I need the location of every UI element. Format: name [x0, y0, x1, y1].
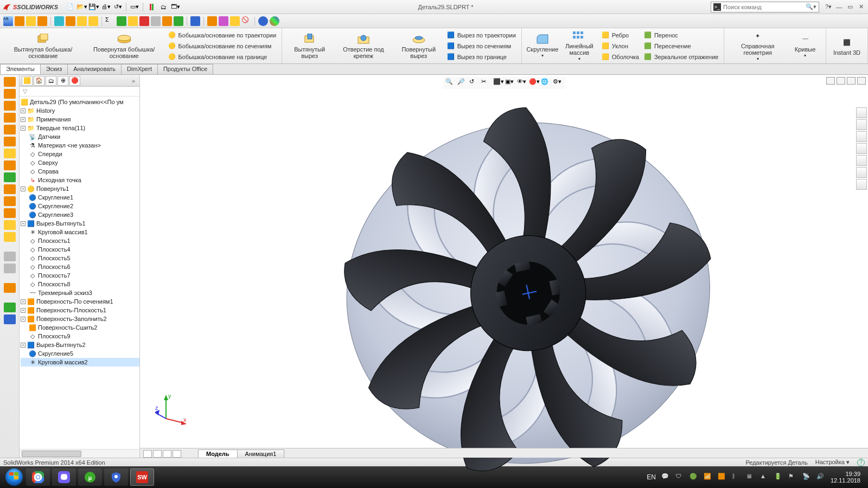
- nav-first[interactable]: [143, 450, 152, 458]
- tree-item[interactable]: +🟧Поверхность-По сечениям1: [21, 297, 139, 306]
- tray-icon[interactable]: 📶: [704, 473, 712, 481]
- tb-icon[interactable]: [219, 16, 228, 26]
- doc-tab-animation[interactable]: Анимация1: [237, 450, 285, 458]
- extruded-cut-button[interactable]: Вытянутый вырез: [285, 32, 334, 60]
- lvt-icon[interactable]: [4, 172, 16, 182]
- nav-last[interactable]: [173, 450, 181, 458]
- taskbar-app-chrome[interactable]: [26, 468, 50, 486]
- tree-item[interactable]: 🔵Скругление2: [21, 202, 139, 210]
- nav-next[interactable]: [163, 450, 171, 458]
- lvt-icon[interactable]: [4, 314, 16, 324]
- tray-network-icon[interactable]: 📡: [802, 473, 811, 481]
- tree-item[interactable]: 🟧Поверхность-Сшить2: [21, 323, 139, 332]
- taskpane-tab[interactable]: [856, 107, 867, 118]
- tree-item[interactable]: ◇Плоскость6: [21, 262, 139, 271]
- draft-button[interactable]: 🟨Уклон: [599, 41, 641, 51]
- tray-volume-icon[interactable]: 🔊: [816, 473, 825, 481]
- taskbar-app-viber[interactable]: [52, 468, 76, 486]
- tb-icon[interactable]: [88, 16, 98, 26]
- tab-features[interactable]: Элементы: [0, 64, 41, 74]
- move-button[interactable]: 🟩Перенос: [641, 30, 721, 40]
- tray-icon[interactable]: ▲: [760, 473, 769, 481]
- fm-tab-feature-tree[interactable]: 🟨: [22, 76, 33, 86]
- fm-filter[interactable]: ▽: [20, 87, 139, 97]
- options-button[interactable]: 🗂: [158, 2, 169, 12]
- mirror-button[interactable]: 🟩Зеркальное отражение: [641, 52, 721, 62]
- tab-office[interactable]: Продукты Office: [157, 64, 213, 74]
- save-button[interactable]: 💾▾: [88, 2, 99, 12]
- tb-icon[interactable]: [66, 16, 75, 26]
- tree-item[interactable]: +🟦Вырез-Вытянуть2: [21, 341, 139, 349]
- tb-icon[interactable]: [15, 16, 24, 26]
- tb-icon[interactable]: [139, 16, 149, 26]
- taskpane-tab[interactable]: [856, 143, 867, 154]
- lvt-icon[interactable]: [4, 283, 16, 293]
- maximize-button[interactable]: ▭: [845, 3, 855, 11]
- tree-horizontal-scrollbar[interactable]: [20, 449, 139, 458]
- rib-button[interactable]: 🟨Ребро: [599, 30, 641, 40]
- fillet-button[interactable]: Скругление▾: [525, 32, 560, 60]
- loft-cut-button[interactable]: 🟦Вырез по сечениям: [444, 41, 518, 51]
- tree-root[interactable]: 🟨Деталь29 (По умолчанию<<По ум: [21, 98, 139, 106]
- close-button[interactable]: ✕: [856, 3, 866, 11]
- tree-item[interactable]: ◇Справа: [21, 167, 139, 176]
- tree-item[interactable]: ◇Плоскость9: [21, 332, 139, 341]
- command-search-input[interactable]: [723, 4, 806, 10]
- lvt-icon[interactable]: [4, 252, 16, 261]
- lvt-icon[interactable]: [4, 232, 16, 242]
- boundary-boss-button[interactable]: 🟡Бобышка/основание на границе: [165, 52, 279, 62]
- tray-icon[interactable]: 🟧: [718, 473, 726, 481]
- intersect-button[interactable]: 🟩Пересечение: [641, 41, 721, 51]
- swept-boss-button[interactable]: 🟡Бобышка/основание по траектории: [165, 30, 279, 40]
- lvt-icon[interactable]: [4, 137, 16, 146]
- tb-icon[interactable]: [117, 16, 126, 26]
- tb-icon[interactable]: [54, 16, 64, 26]
- ref-geometry-button[interactable]: ✦ Справочная геометрия▾: [727, 29, 788, 63]
- command-search[interactable]: >_ 🔍▾: [711, 2, 819, 12]
- tb-icon[interactable]: [151, 16, 161, 26]
- tree-item[interactable]: 🔵Скругление1: [21, 193, 139, 202]
- tree-item[interactable]: ◇Плоскость8: [21, 280, 139, 288]
- tb-icon[interactable]: [77, 16, 87, 26]
- search-icon[interactable]: 🔍▾: [806, 3, 816, 10]
- swept-cut-button[interactable]: 🟦Вырез по траектории: [444, 30, 518, 40]
- tray-bluetooth-icon[interactable]: ᛒ: [732, 473, 741, 481]
- tb-icon[interactable]: [258, 16, 268, 26]
- fm-tab-display[interactable]: 🔴: [69, 76, 80, 86]
- fm-tab-dimxpert[interactable]: ⊕: [58, 76, 68, 86]
- tray-icon[interactable]: 💬: [661, 473, 670, 481]
- graphics-viewport[interactable]: 🔍 🔎 ↺ ✂ ⬛▾ ▣▾ 👁▾ 🔴▾ 🌐 ⚙▾: [140, 75, 868, 458]
- tree-item[interactable]: ◇Плоскость4: [21, 245, 139, 254]
- tree-item[interactable]: +📁Твердые тела(11): [21, 124, 139, 132]
- lvt-icon[interactable]: [4, 184, 16, 194]
- lvt-icon[interactable]: [4, 208, 16, 218]
- lvt-icon[interactable]: [4, 113, 16, 123]
- tree-item[interactable]: 🔵Скругление3: [21, 210, 139, 219]
- hole-wizard-button[interactable]: Отверстие под крепеж: [334, 32, 393, 60]
- tray-icon[interactable]: 🛡: [675, 473, 684, 481]
- tb-icon[interactable]: [270, 16, 279, 26]
- tb-icon[interactable]: [174, 16, 183, 26]
- tb-icon[interactable]: [207, 16, 217, 26]
- lvt-icon[interactable]: [4, 220, 16, 230]
- tb-icon[interactable]: 🚫: [241, 16, 251, 26]
- tree-item[interactable]: ⚗Материал <не указан>: [21, 141, 139, 150]
- fm-collapse-button[interactable]: »: [130, 78, 137, 84]
- tree-item[interactable]: 🔵Скругление5: [21, 349, 139, 358]
- print-button[interactable]: 🖨▾: [100, 2, 111, 12]
- linear-pattern-button[interactable]: Линейный массив▾: [560, 29, 599, 63]
- tree-item[interactable]: ◇Спереди: [21, 150, 139, 158]
- tab-sketch[interactable]: Эскиз: [40, 64, 68, 74]
- tree-item[interactable]: ◇Плоскость5: [21, 254, 139, 262]
- shell-button[interactable]: 🟨Оболочка: [599, 52, 641, 62]
- lvt-icon[interactable]: [4, 125, 16, 134]
- tb-icon[interactable]: Σ: [105, 16, 115, 26]
- extruded-boss-button[interactable]: Вытянутая бобышка/основание: [3, 32, 83, 60]
- tree-item[interactable]: ◇Сверху: [21, 158, 139, 167]
- fm-tab-property[interactable]: 🏠: [34, 76, 44, 86]
- tree-item[interactable]: 📡Датчики: [21, 132, 139, 141]
- tray-icon[interactable]: 🖥: [746, 473, 755, 481]
- settings-button[interactable]: 🗔▾: [170, 2, 181, 12]
- tray-battery-icon[interactable]: 🔋: [774, 473, 783, 481]
- feature-tree[interactable]: 🟨Деталь29 (По умолчанию<<По ум +📁History…: [20, 97, 139, 449]
